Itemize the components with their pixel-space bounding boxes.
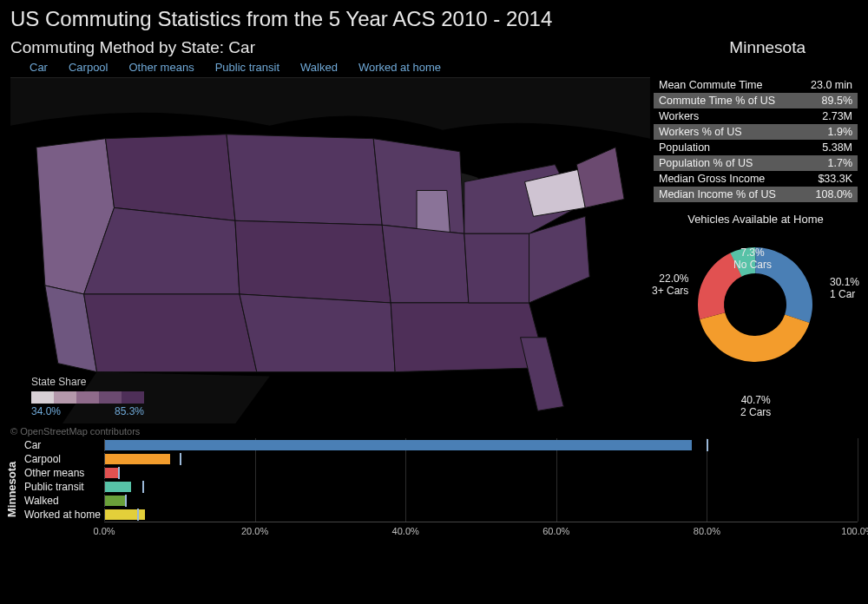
- map-legend: State Share 34.0% 85.3%: [31, 376, 153, 417]
- bar-value[interactable]: [105, 440, 692, 450]
- bar-category-label: Public transit: [21, 481, 104, 493]
- bar-row: Worked at home: [21, 508, 858, 522]
- axis-tick: 40.0%: [392, 526, 419, 536]
- bar-track: [104, 495, 858, 507]
- page-title: US Commuting Statistics from the 5 Year …: [0, 0, 868, 35]
- bar-category-label: Car: [21, 439, 104, 451]
- axis-tick: 20.0%: [241, 526, 268, 536]
- bar-value[interactable]: [105, 454, 170, 464]
- donut-title: Vehicles Available at Home: [654, 213, 858, 226]
- stat-row: Mean Commute Time23.0 min: [654, 77, 858, 93]
- bar-category-label: Worked at home: [21, 509, 104, 521]
- bar-chart: Minnesota CarCarpoolOther meansPublic tr…: [0, 438, 868, 541]
- tab-worked-at-home[interactable]: Worked at home: [357, 59, 460, 76]
- bar-row: Carpool: [21, 452, 858, 466]
- subtitle-right: Minnesota: [729, 38, 858, 57]
- bar-track: [104, 439, 858, 451]
- subheader: Commuting Method by State: Car Minnesota: [0, 35, 868, 59]
- bar-row: Car: [21, 438, 858, 452]
- tab-other-means[interactable]: Other means: [127, 59, 213, 76]
- bar-track: [104, 453, 858, 465]
- bar-row: Public transit: [21, 480, 858, 494]
- bar-category-label: Carpool: [21, 453, 104, 465]
- tab-public-transit[interactable]: Public transit: [214, 59, 299, 76]
- donut-label-2cars: 40.7%2 Cars: [740, 395, 771, 419]
- stat-row: Workers2.73M: [654, 108, 858, 124]
- stat-row: Workers % of US1.9%: [654, 124, 858, 140]
- axis-tick: 60.0%: [542, 526, 569, 536]
- bar-reference-tick: [137, 509, 139, 521]
- bar-reference-tick: [180, 453, 181, 465]
- bar-track: [104, 509, 858, 521]
- donut-label-3cars: 22.0%3+ Cars: [652, 273, 688, 298]
- osm-attribution: © OpenStreetMap contributors: [0, 424, 868, 438]
- choropleth-map[interactable]: State Share 34.0% 85.3%: [10, 77, 650, 424]
- donut-slice-2-cars[interactable]: [700, 312, 810, 362]
- axis-tick: 80.0%: [694, 526, 720, 536]
- stat-row: Population5.38M: [654, 140, 858, 155]
- bar-value[interactable]: [105, 496, 126, 506]
- bar-category-label: Other means: [21, 467, 104, 479]
- bar-row: Other means: [21, 466, 858, 480]
- bar-reference-tick: [118, 467, 120, 479]
- stat-row: Median Income % of US108.0%: [654, 187, 858, 202]
- bar-value[interactable]: [105, 468, 118, 478]
- tab-carpool[interactable]: Carpool: [67, 59, 128, 76]
- tab-walked[interactable]: Walked: [299, 59, 357, 76]
- us-map-svg: [10, 78, 650, 423]
- legend-title: State Share: [31, 376, 153, 388]
- stat-row: Commute Time % of US89.5%: [654, 93, 858, 108]
- axis-tick: 0.0%: [93, 526, 115, 536]
- bar-reference-tick: [707, 439, 708, 451]
- tab-car[interactable]: Car: [10, 59, 67, 76]
- bar-track: [104, 467, 858, 479]
- bar-value[interactable]: [105, 482, 131, 492]
- bar-reference-tick: [142, 481, 144, 493]
- legend-swatch: [31, 391, 144, 404]
- bar-axis: 0.0%20.0%40.0%60.0%80.0%100.0%: [104, 522, 858, 541]
- donut-label-1car: 30.1%1 Car: [830, 277, 859, 301]
- legend-max: 85.3%: [115, 405, 144, 417]
- subtitle-left: Commuting Method by State: Car: [10, 38, 255, 57]
- stat-row: Population % of US1.7%: [654, 155, 858, 171]
- stats-table: Mean Commute Time23.0 min Commute Time %…: [654, 77, 858, 202]
- bar-track: [104, 481, 858, 493]
- bar-row: Walked: [21, 494, 858, 508]
- bar-grid: CarCarpoolOther meansPublic transitWalke…: [21, 438, 858, 541]
- axis-tick: 100.0%: [841, 526, 868, 536]
- stat-row: Median Gross Income$33.3K: [654, 171, 858, 187]
- side-panel: Mean Commute Time23.0 min Commute Time %…: [654, 77, 858, 424]
- bar-state-label: Minnesota: [5, 438, 21, 541]
- bar-category-label: Walked: [21, 495, 104, 507]
- method-tabs: Car Carpool Other means Public transit W…: [0, 59, 868, 77]
- legend-min: 34.0%: [31, 405, 61, 417]
- bar-reference-tick: [125, 495, 127, 507]
- donut-label-nocars: 7.3%No Cars: [733, 247, 772, 272]
